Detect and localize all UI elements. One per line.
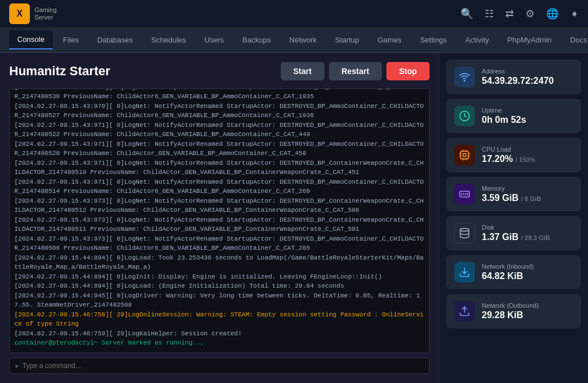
stat-card-cpu: CPU Load 17.20% / 150% (446, 138, 581, 172)
log-line: [2024.02.27-09.15.43:970][ 0]LogNet: Not… (14, 102, 424, 121)
start-button[interactable]: Start (281, 62, 324, 80)
tab-startup[interactable]: Startup (327, 31, 368, 49)
stat-value-cpu: 17.20% / 150% (482, 154, 573, 164)
tab-backups[interactable]: Backups (234, 31, 279, 49)
svg-rect-3 (463, 154, 466, 157)
stat-label-cpu: CPU Load (482, 146, 573, 153)
transfer-icon[interactable]: ⇄ (505, 7, 514, 20)
stat-info-network-outbound: Network (Outbound) 29.28 KiB (482, 302, 573, 320)
logo-text: Gaming Server (34, 6, 57, 20)
upload-icon (454, 301, 475, 322)
log-line: [2024.02.27-09.15.43:973][ 0]LogNet: Not… (14, 234, 424, 253)
command-prompt-icon: ▸ (16, 362, 19, 370)
layers-icon[interactable]: ☷ (485, 7, 494, 20)
tab-settings[interactable]: Settings (412, 31, 455, 49)
stat-info-memory: Memory 3.59 GiB / 8 GiB (482, 185, 573, 203)
tab-schedules[interactable]: Schedules (143, 31, 194, 49)
log-line: [2024.02.27-09.15.46:758][ 29]LogOnlineS… (14, 310, 424, 329)
log-line: [2024.02.27-09.15.44:894][ 0]LogLoad: To… (14, 253, 424, 272)
stat-value-network-inbound: 64.82 KiB (482, 271, 573, 281)
action-buttons: Start Restart Stop (281, 62, 430, 80)
log-output: ChildActorS_GEN_VARIABLE_BP_AmmoContaine… (9, 88, 430, 353)
stat-label-network-inbound: Network (Inbound) (482, 263, 573, 270)
stat-label-network-outbound: Network (Outbound) (482, 302, 573, 309)
sidebar: Address 54.39.29.72:2470 Uptime 0h 0m 52… (439, 53, 588, 383)
log-line: [2024.02.27-09.15.44:945][ 0]LogDriver: … (14, 291, 424, 310)
top-nav: X Gaming Server 🔍 ☷ ⇄ ⚙ 🌐 ➧ (0, 0, 588, 28)
stat-card-memory: Memory 3.59 GiB / 8 GiB (446, 177, 581, 211)
tabs-bar: Console Files Databases Schedules Users … (0, 28, 588, 53)
logo-icon: X (9, 3, 30, 24)
stat-info-cpu: CPU Load 17.20% / 150% (482, 146, 573, 164)
stat-label-disk: Disk (482, 224, 573, 231)
settings-icon[interactable]: ⚙ (525, 7, 535, 20)
stat-value-memory: 3.59 GiB / 8 GiB (482, 193, 573, 203)
log-line: container@pterodactyl~ Server marked as … (14, 338, 424, 348)
logo: X Gaming Server (9, 3, 57, 24)
stat-value-network-outbound: 29.28 KiB (482, 310, 573, 320)
download-icon (454, 262, 475, 283)
log-line: [2024.02.27-09.15.43:970][ 0]LogNet: Not… (14, 88, 424, 102)
stat-info-disk: Disk 1.37 GiB / 29.3 GiB (482, 224, 573, 242)
stat-card-disk: Disk 1.37 GiB / 29.3 GiB (446, 216, 581, 250)
svg-point-0 (464, 80, 465, 82)
tab-phpmyadmin[interactable]: PhpMyAdmin (500, 31, 560, 49)
tab-activity[interactable]: Activity (457, 31, 497, 49)
log-line: [2024.02.27-09.15.43:973][ 0]LogNet: Not… (14, 196, 424, 215)
tab-console[interactable]: Console (9, 30, 53, 49)
stat-info-uptime: Uptime 0h 0m 52s (482, 107, 573, 125)
stat-label-memory: Memory (482, 185, 573, 192)
console-area: Humanitz Starter Start Restart Stop Chil… (0, 53, 439, 383)
stop-button[interactable]: Stop (386, 62, 430, 80)
top-icons: 🔍 ☷ ⇄ ⚙ 🌐 ➧ (461, 7, 579, 20)
tab-network[interactable]: Network (281, 31, 325, 49)
cpu-icon (454, 145, 475, 165)
console-header: Humanitz Starter Start Restart Stop (9, 62, 430, 80)
search-icon[interactable]: 🔍 (461, 7, 473, 20)
stat-value-uptime: 0h 0m 52s (482, 115, 573, 125)
svg-rect-2 (461, 151, 468, 158)
stat-label-uptime: Uptime (482, 107, 573, 114)
stat-card-network-outbound: Network (Outbound) 29.28 KiB (446, 294, 581, 328)
log-line: [2024.02.27-09.15.44:894][ 0]LogInit: Di… (14, 272, 424, 282)
logout-icon[interactable]: ➧ (570, 7, 579, 20)
globe-icon[interactable]: 🌐 (546, 7, 559, 20)
stat-card-uptime: Uptime 0h 0m 52s (446, 99, 581, 133)
log-line: [2024.02.27-09.15.43:971][ 0]LogNet: Not… (14, 158, 424, 177)
svg-point-17 (461, 229, 469, 231)
command-input-wrap[interactable]: ▸ (9, 358, 430, 374)
log-line: [2024.02.27-09.15.43:971][ 0]LogNet: Not… (14, 140, 424, 158)
wifi-icon (454, 67, 475, 87)
tab-databases[interactable]: Databases (89, 31, 141, 49)
main-layout: Humanitz Starter Start Restart Stop Chil… (0, 53, 588, 383)
log-line: [2024.02.27-09.15.46:759][ 29]LogKaiHelp… (14, 329, 424, 339)
log-line: [2024.02.27-09.15.43:973][ 0]LogNet: Not… (14, 215, 424, 234)
stat-info-address: Address 54.39.29.72:2470 (482, 68, 573, 86)
clock-icon (454, 106, 475, 126)
tab-games[interactable]: Games (369, 31, 409, 49)
tab-docs[interactable]: Docs (562, 31, 588, 49)
memory-icon (454, 184, 475, 204)
stat-card-network-inbound: Network (Inbound) 64.82 KiB (446, 255, 581, 289)
stat-label-address: Address (482, 68, 573, 75)
stat-card-address: Address 54.39.29.72:2470 (446, 60, 581, 94)
log-line: [2024.02.27-09.15.43:971][ 0]LogNet: Not… (14, 177, 424, 196)
stat-value-address: 54.39.29.72:2470 (482, 76, 573, 86)
command-input[interactable] (22, 362, 423, 370)
disk-icon (454, 223, 475, 243)
log-line: [2024.02.27-09.15.43:971][ 0]LogNet: Not… (14, 121, 424, 140)
tab-files[interactable]: Files (55, 31, 87, 49)
restart-button[interactable]: Restart (329, 62, 382, 80)
log-line: [2024.02.27-09.15.44:894][ 0]LogLoad: (E… (14, 281, 424, 291)
tab-users[interactable]: Users (196, 31, 232, 49)
stat-info-network-inbound: Network (Inbound) 64.82 KiB (482, 263, 573, 281)
page-title: Humanitz Starter (9, 64, 110, 79)
stat-value-disk: 1.37 GiB / 29.3 GiB (482, 232, 573, 242)
